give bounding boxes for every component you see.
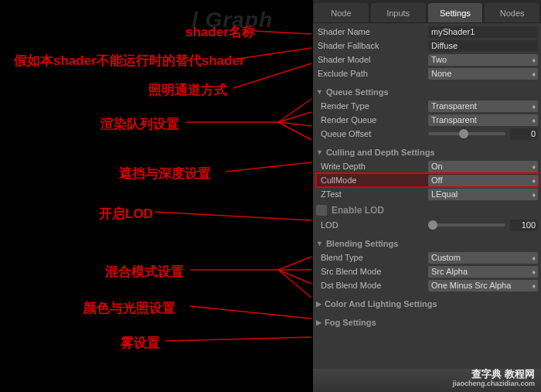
color-lighting-section[interactable]: ▶Color And Lighting Settings [316,297,538,311]
dst-blend-row: Dst Blend Mode One Minus Src Alpha♦ [316,278,538,292]
queue-offset-row: Queue Offset 0 [316,127,538,141]
ztest-label: ZTest [316,189,428,199]
svg-line-14 [278,270,311,298]
triangle-down-icon: ▼ [316,88,323,96]
render-queue-label: Render Queue [316,115,428,124]
render-queue-row: Render Queue Transparent♦ [316,113,538,127]
render-type-row: Render Type Transparent♦ [316,99,538,113]
queue-offset-label: Queue Offset [316,129,428,138]
tab-nodes[interactable]: Nodes [485,3,540,22]
lod-slider[interactable] [428,223,505,227]
enable-lod-checkbox[interactable] [316,205,327,216]
shader-fallback-input[interactable]: Diffuse [428,40,538,52]
chevron-icon: ♦ [532,281,536,291]
blend-type-dropdown[interactable]: Custom♦ [428,252,538,264]
queue-settings-section[interactable]: ▼Queue Settings [316,85,538,99]
ztest-row: ZTest LEqual♦ [316,187,538,201]
dst-blend-label: Dst Blend Mode [316,281,428,290]
lod-label: LOD [316,220,428,230]
tab-bar: Node Inputs Settings Nodes [313,0,541,23]
chevron-icon: ♦ [532,190,536,200]
anno-fallback: 假如本shader不能运行时的替代shader [14,52,245,70]
svg-line-8 [226,162,311,172]
triangle-right-icon: ▶ [316,300,322,308]
cullmode-row: CullMode Off♦ [316,173,538,187]
render-queue-dropdown[interactable]: Transparent♦ [428,114,538,126]
render-type-label: Render Type [316,101,428,111]
chevron-icon: ♦ [532,268,536,278]
svg-line-15 [190,306,311,319]
shader-model-row: Shader Model Two♦ [316,53,538,66]
shader-name-label: Shader Name [316,27,428,36]
queue-offset-slider[interactable] [428,132,505,135]
chevron-icon: ♦ [532,56,536,66]
write-depth-label: Write Depth [316,162,428,171]
watermark: 查字典 教程网 jiaocheng.chazidian.com [452,369,535,389]
chevron-icon: ♦ [532,176,536,186]
shader-fallback-row: Shader Fallback Diffuse [316,39,538,53]
exclude-path-dropdown[interactable]: None♦ [428,68,538,80]
anno-color: 颜色与光照设置 [83,299,175,317]
src-blend-label: Src Blend Mode [316,267,428,276]
svg-line-13 [278,270,311,284]
svg-line-4 [278,99,311,122]
anno-model: 照明通道方式 [148,81,227,99]
enable-lod-row: Enable LOD [316,203,538,218]
anno-queue: 渲染队列设置 [100,115,179,133]
shader-model-dropdown[interactable]: Two♦ [428,54,538,66]
svg-line-2 [233,63,311,88]
enable-lod-label: Enable LOD [332,205,384,216]
svg-line-9 [155,212,311,220]
svg-line-1 [238,48,311,59]
chevron-icon: ♦ [532,70,536,80]
tab-node[interactable]: Node [314,3,369,22]
svg-line-11 [278,257,311,270]
triangle-down-icon: ▼ [316,240,323,247]
blend-type-row: Blend Type Custom♦ [316,251,538,264]
chevron-icon: ♦ [532,254,536,264]
svg-line-5 [278,112,311,122]
shader-fallback-label: Shader Fallback [316,41,428,50]
anno-shader-name: shader名称 [185,23,255,41]
shader-name-input[interactable]: myShader1 [428,26,538,38]
blending-section[interactable]: ▼Blending Settings [316,237,538,251]
queue-offset-value[interactable]: 0 [510,128,538,140]
write-depth-dropdown[interactable]: On♦ [428,161,538,172]
src-blend-dropdown[interactable]: Src Alpha♦ [428,266,538,278]
culling-section[interactable]: ▼Culling and Depth Settings [316,145,538,159]
tab-inputs[interactable]: Inputs [371,3,427,22]
anno-culling: 遮挡与深度设置 [119,165,211,182]
ztest-dropdown[interactable]: LEqual♦ [428,189,538,200]
cullmode-dropdown[interactable]: Off♦ [428,175,538,186]
chevron-icon: ♦ [532,162,536,172]
exclude-path-label: Exclude Path [316,69,428,78]
write-depth-row: Write Depth On♦ [316,159,538,173]
lod-value[interactable]: 100 [510,220,538,231]
triangle-right-icon: ▶ [316,319,322,326]
inspector-panel: Node Inputs Settings Nodes Shader Name m… [313,0,541,392]
svg-line-6 [278,122,311,126]
anno-blending: 混合模式设置 [105,263,184,281]
triangle-down-icon: ▼ [316,148,323,156]
cullmode-label: CullMode [316,176,428,185]
exclude-path-row: Exclude Path None♦ [316,66,538,80]
tab-settings[interactable]: Settings [428,3,484,22]
shader-name-row: Shader Name myShader1 [316,25,538,39]
shader-model-label: Shader Model [316,55,428,64]
lod-row: LOD 100 [316,218,538,232]
fog-section[interactable]: ▶Fog Settings [316,315,538,329]
anno-fog: 雾设置 [121,334,160,352]
chevron-icon: ♦ [532,102,536,112]
anno-lod: 开启LOD [99,205,153,223]
src-blend-row: Src Blend Mode Src Alpha♦ [316,264,538,278]
chevron-icon: ♦ [532,116,536,126]
svg-line-7 [278,122,311,140]
dst-blend-dropdown[interactable]: One Minus Src Alpha♦ [428,280,538,291]
render-type-dropdown[interactable]: Transparent♦ [428,101,538,112]
svg-line-16 [165,337,311,341]
blend-type-label: Blend Type [316,253,428,262]
